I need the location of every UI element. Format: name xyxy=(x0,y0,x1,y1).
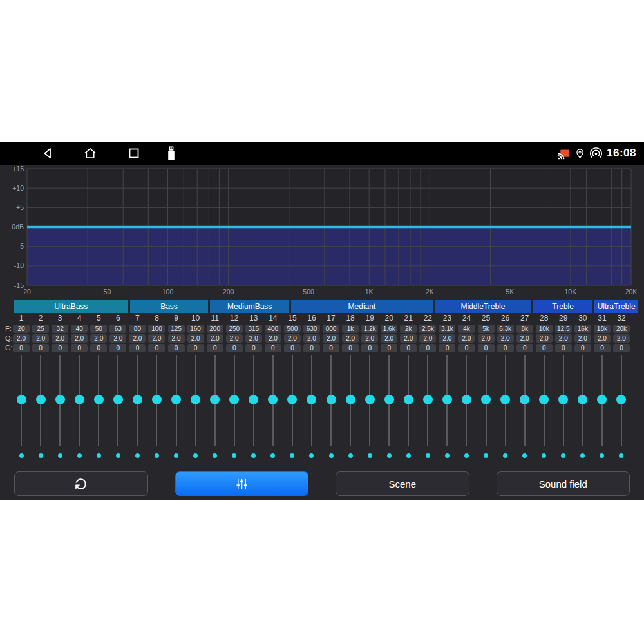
q-value[interactable]: 2.0 xyxy=(323,334,339,343)
slider-handle[interactable] xyxy=(307,395,316,404)
gain-value[interactable]: 0 xyxy=(419,344,436,352)
gain-slider[interactable] xyxy=(477,355,496,446)
slider-handle[interactable] xyxy=(404,395,413,404)
q-value[interactable]: 2.0 xyxy=(419,334,436,343)
home-button[interactable] xyxy=(82,146,98,161)
freq-value[interactable]: 2k xyxy=(400,325,417,333)
q-value[interactable]: 2.0 xyxy=(148,334,165,343)
slider-handle[interactable] xyxy=(500,395,510,404)
slider-handle[interactable] xyxy=(36,395,46,404)
gain-slider[interactable] xyxy=(31,355,50,446)
freq-value[interactable]: 2.5k xyxy=(419,325,436,333)
freq-value[interactable]: 8k xyxy=(516,325,533,333)
gain-value[interactable]: 0 xyxy=(226,344,243,352)
q-value[interactable]: 2.0 xyxy=(71,334,88,343)
gain-value[interactable]: 0 xyxy=(207,344,223,352)
gain-slider[interactable] xyxy=(89,355,108,446)
gain-value[interactable]: 0 xyxy=(265,344,281,352)
gain-value[interactable]: 0 xyxy=(439,344,455,352)
gain-slider[interactable] xyxy=(612,355,631,446)
q-value[interactable]: 2.0 xyxy=(613,334,630,343)
gain-value[interactable]: 0 xyxy=(187,344,204,352)
freq-value[interactable]: 1.6k xyxy=(381,325,397,333)
q-value[interactable]: 2.0 xyxy=(303,334,320,343)
q-value[interactable]: 2.0 xyxy=(594,334,611,343)
q-value[interactable]: 2.0 xyxy=(187,334,204,343)
gain-slider[interactable] xyxy=(360,355,379,446)
gain-value[interactable]: 0 xyxy=(52,344,68,352)
freq-value[interactable]: 16k xyxy=(574,325,591,333)
gain-slider[interactable] xyxy=(418,355,437,446)
slider-handle[interactable] xyxy=(133,395,142,404)
slider-handle[interactable] xyxy=(210,395,220,404)
slider-handle[interactable] xyxy=(113,395,123,404)
freq-value[interactable]: 20k xyxy=(613,325,630,333)
freq-value[interactable]: 500 xyxy=(284,325,301,333)
freq-value[interactable]: 800 xyxy=(323,325,339,333)
slider-handle[interactable] xyxy=(578,395,587,404)
slider-handle[interactable] xyxy=(17,395,26,404)
q-value[interactable]: 2.0 xyxy=(245,334,262,343)
freq-value[interactable]: 400 xyxy=(265,325,281,333)
slider-handle[interactable] xyxy=(346,395,355,404)
freq-value[interactable]: 18k xyxy=(594,325,611,333)
freq-value[interactable]: 1.2k xyxy=(361,325,378,333)
freq-value[interactable]: 5k xyxy=(478,325,495,333)
gain-value[interactable]: 0 xyxy=(284,344,301,352)
q-value[interactable]: 2.0 xyxy=(497,334,514,343)
q-value[interactable]: 2.0 xyxy=(458,334,475,343)
gain-slider[interactable] xyxy=(50,355,70,446)
gain-value[interactable]: 0 xyxy=(13,344,30,352)
scene-button[interactable]: Scene xyxy=(336,471,469,496)
gain-value[interactable]: 0 xyxy=(381,344,397,352)
q-value[interactable]: 2.0 xyxy=(168,334,185,343)
gain-value[interactable]: 0 xyxy=(148,344,165,352)
q-value[interactable]: 2.0 xyxy=(381,334,397,343)
q-value[interactable]: 2.0 xyxy=(109,334,126,343)
gain-slider[interactable] xyxy=(167,355,186,446)
gain-slider[interactable] xyxy=(573,355,592,446)
gain-value[interactable]: 0 xyxy=(536,344,553,352)
freq-value[interactable]: 6.3k xyxy=(497,325,514,333)
slider-handle[interactable] xyxy=(462,395,471,404)
gain-value[interactable]: 0 xyxy=(109,344,126,352)
gain-slider[interactable] xyxy=(554,355,573,446)
slider-handle[interactable] xyxy=(152,395,162,404)
gain-slider[interactable] xyxy=(515,355,535,446)
gain-value[interactable]: 0 xyxy=(478,344,495,352)
gain-value[interactable]: 0 xyxy=(400,344,417,352)
slider-handle[interactable] xyxy=(481,395,491,404)
gain-slider[interactable] xyxy=(283,355,302,446)
gain-slider[interactable] xyxy=(186,355,205,446)
q-value[interactable]: 2.0 xyxy=(439,334,455,343)
q-value[interactable]: 2.0 xyxy=(574,334,591,343)
gain-slider[interactable] xyxy=(399,355,418,446)
freq-value[interactable]: 630 xyxy=(303,325,320,333)
freq-value[interactable]: 63 xyxy=(109,325,126,333)
gain-slider[interactable] xyxy=(535,355,554,446)
gain-slider[interactable] xyxy=(379,355,399,446)
gain-slider[interactable] xyxy=(437,355,457,446)
gain-slider[interactable] xyxy=(147,355,166,446)
freq-value[interactable]: 80 xyxy=(129,325,146,333)
slider-handle[interactable] xyxy=(539,395,549,404)
slider-handle[interactable] xyxy=(191,395,200,404)
freq-value[interactable]: 160 xyxy=(187,325,204,333)
gain-value[interactable]: 0 xyxy=(168,344,185,352)
slider-handle[interactable] xyxy=(616,395,626,404)
gain-slider[interactable] xyxy=(108,355,128,446)
recents-button[interactable] xyxy=(126,146,142,161)
q-value[interactable]: 2.0 xyxy=(516,334,533,343)
slider-handle[interactable] xyxy=(55,395,65,404)
q-value[interactable]: 2.0 xyxy=(536,334,553,343)
gain-value[interactable]: 0 xyxy=(516,344,533,352)
reset-button[interactable] xyxy=(14,471,148,496)
freq-value[interactable]: 1k xyxy=(342,325,359,333)
freq-value[interactable]: 125 xyxy=(168,325,185,333)
gain-value[interactable]: 0 xyxy=(245,344,262,352)
freq-value[interactable]: 4k xyxy=(458,325,475,333)
q-value[interactable]: 2.0 xyxy=(400,334,417,343)
freq-value[interactable]: 12.5 xyxy=(555,325,572,333)
gain-slider[interactable] xyxy=(225,355,244,446)
gain-value[interactable]: 0 xyxy=(342,344,359,352)
